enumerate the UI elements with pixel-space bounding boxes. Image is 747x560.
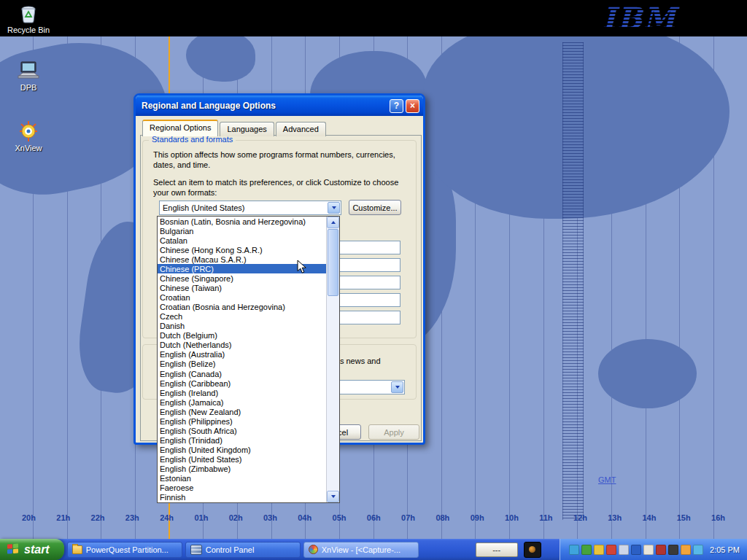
list-item[interactable]: Bulgarian xyxy=(158,226,326,236)
list-item[interactable]: English (Canada) xyxy=(158,369,326,378)
taskbar-button[interactable]: PowerQuest Partition... xyxy=(67,542,182,558)
customize-button[interactable]: Customize... xyxy=(349,200,401,215)
list-item[interactable]: Dutch (Netherlands) xyxy=(158,341,326,350)
continent-shape xyxy=(598,339,697,408)
continent-shape xyxy=(186,31,255,82)
tray-icon[interactable] xyxy=(569,545,579,555)
list-item[interactable]: Finnish xyxy=(158,493,326,502)
combobox-dropdown-button[interactable] xyxy=(328,202,340,214)
list-item[interactable]: Dutch (Belgium) xyxy=(158,331,326,341)
screen: GMT 20h21h22h23h24h01h02h03h04h05h06h07h… xyxy=(0,0,747,560)
start-button[interactable]: start xyxy=(0,539,64,560)
dialog-titlebar[interactable]: Regional and Language Options ? × xyxy=(136,96,423,116)
tray-icon[interactable] xyxy=(581,545,592,555)
close-button[interactable]: × xyxy=(406,99,419,113)
taskbar-toolbar-button[interactable]: --- xyxy=(476,542,518,557)
list-item[interactable]: Croatian xyxy=(158,293,326,303)
hour-label: 02h xyxy=(229,513,243,522)
folder-icon xyxy=(72,545,82,554)
tray-icon[interactable] xyxy=(693,545,703,555)
help-button[interactable]: ? xyxy=(390,99,403,113)
format-combobox[interactable]: English (United States) xyxy=(159,201,341,215)
list-item[interactable]: Estonian xyxy=(158,474,326,483)
scroll-up-button[interactable] xyxy=(327,217,339,228)
standards-description: This option affects how some programs fo… xyxy=(153,149,410,171)
list-item[interactable]: English (Zimbabwe) xyxy=(158,464,326,474)
list-item[interactable]: Danish xyxy=(158,322,326,331)
dateline-hatch xyxy=(562,42,584,520)
list-scrollbar[interactable] xyxy=(326,217,339,502)
list-item[interactable]: English (United Kingdom) xyxy=(158,446,326,455)
tray-icon[interactable] xyxy=(668,545,678,555)
hour-label: 07h xyxy=(401,513,415,522)
hour-label: 05h xyxy=(333,513,347,522)
list-item[interactable]: English (Philippines) xyxy=(158,416,326,426)
tray-icon[interactable] xyxy=(643,545,654,555)
tray-icon[interactable] xyxy=(656,545,666,555)
list-item[interactable]: Chinese (Singapore) xyxy=(158,273,326,283)
gmt-label: GMT xyxy=(598,475,616,484)
taskbar-applet-icon[interactable] xyxy=(524,542,541,558)
taskbar-tasks: PowerQuest Partition...Control PanelXnVi… xyxy=(64,539,419,560)
taskbar-clock[interactable]: 2:05 PM xyxy=(710,545,740,554)
tray-icon[interactable] xyxy=(631,545,641,555)
hour-label: 06h xyxy=(367,513,381,522)
xnview-icon xyxy=(309,545,318,554)
list-item[interactable]: Bosnian (Latin, Bosnia and Herzegovina) xyxy=(158,217,326,226)
list-item[interactable]: English (Belize) xyxy=(158,359,326,369)
tab-regional-options[interactable]: Regional Options xyxy=(142,120,218,136)
hour-label: 22h xyxy=(91,513,105,522)
start-button-label: start xyxy=(24,543,50,556)
list-item[interactable]: English (Australia) xyxy=(158,350,326,359)
list-item[interactable]: Czech xyxy=(158,312,326,322)
hour-label: 12h xyxy=(573,513,587,522)
list-item[interactable]: English (Caribbean) xyxy=(158,378,326,388)
hour-label: 14h xyxy=(642,513,656,522)
desktop[interactable]: GMT 20h21h22h23h24h01h02h03h04h05h06h07h… xyxy=(0,0,747,539)
list-item[interactable]: English (New Zealand) xyxy=(158,407,326,416)
wallpaper-top-strip: IBM xyxy=(0,0,747,36)
desktop-icon-dpb[interactable]: DPB xyxy=(1,60,55,92)
desktop-icon-xnview[interactable]: XnView xyxy=(1,120,55,152)
combobox-dropdown-button[interactable] xyxy=(391,381,403,393)
tab-advanced[interactable]: Advanced xyxy=(276,122,326,136)
chevron-down-icon xyxy=(331,495,336,500)
tray-icon[interactable] xyxy=(594,545,604,555)
desktop-icon-label: Recycle Bin xyxy=(1,26,55,34)
ibm-logo: IBM xyxy=(601,3,684,34)
desktop-icon-label: XnView xyxy=(1,144,55,152)
list-item[interactable]: Chinese (Hong Kong S.A.R.) xyxy=(158,245,326,254)
list-item[interactable]: Faeroese xyxy=(158,483,326,493)
scroll-down-button[interactable] xyxy=(327,491,339,502)
hour-label: 16h xyxy=(711,513,725,522)
list-item[interactable]: English (United States) xyxy=(158,455,326,464)
tray-icon[interactable] xyxy=(606,545,616,555)
format-combobox-value: English (United States) xyxy=(163,203,245,212)
list-item[interactable]: Catalan xyxy=(158,236,326,245)
standards-instruction: Select an item to match its preferences,… xyxy=(153,177,410,198)
hour-label: 08h xyxy=(436,513,449,522)
ibm-logo-stripes xyxy=(601,3,684,34)
list-item[interactable]: English (South Africa) xyxy=(158,426,326,435)
control-panel-icon xyxy=(190,545,202,555)
regional-language-options-dialog: Regional and Language Options ? × Region… xyxy=(133,93,425,445)
taskbar-button[interactable]: Control Panel xyxy=(185,542,301,558)
list-item[interactable]: Croatian (Bosnia and Herzegovina) xyxy=(158,303,326,312)
hour-label: 20h xyxy=(22,513,36,522)
list-item[interactable]: English (Jamaica) xyxy=(158,397,326,407)
desktop-icon-recycle-bin[interactable]: Recycle Bin xyxy=(1,2,55,34)
xnview-icon xyxy=(17,120,40,142)
list-item[interactable]: Chinese (Taiwan) xyxy=(158,283,326,292)
taskbar-button[interactable]: XnView - [<Capture-... xyxy=(303,542,419,558)
chevron-down-icon xyxy=(332,206,336,211)
tray-icon[interactable] xyxy=(681,545,691,555)
desktop-icon-label: DPB xyxy=(1,83,55,92)
list-item[interactable]: English (Ireland) xyxy=(158,388,326,397)
list-item[interactable]: English (Trinidad) xyxy=(158,435,326,445)
taskbar-button-label: PowerQuest Partition... xyxy=(86,545,169,554)
hour-label: 23h xyxy=(125,513,139,522)
scrollbar-thumb[interactable] xyxy=(328,229,338,296)
tab-languages[interactable]: Languages xyxy=(220,122,274,136)
tray-icons xyxy=(569,545,703,555)
tray-icon[interactable] xyxy=(619,545,629,555)
